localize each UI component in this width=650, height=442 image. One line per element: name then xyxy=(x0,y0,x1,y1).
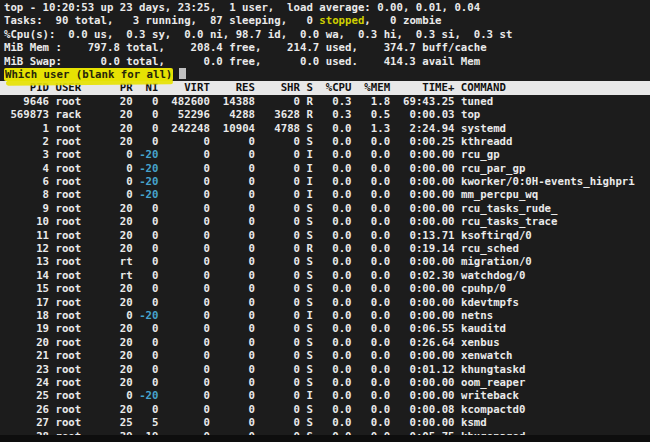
process-row: 11 root 20 0 0 0 0 S 0.0 0.0 0:13.71 kso… xyxy=(0,229,650,242)
tasks-line: Tasks: 90 total, 3 running, 87 sleeping,… xyxy=(0,14,650,27)
tasks-text-post: , 0 zombie xyxy=(364,14,441,27)
negative-nice-value: -20 xyxy=(139,175,158,188)
negative-nice-value: -20 xyxy=(139,309,158,322)
process-row: 27 root 25 5 0 0 0 S 0.0 0.0 0:00.00 ksm… xyxy=(0,416,650,429)
negative-nice-value: -20 xyxy=(139,188,158,201)
process-row: 10 root 20 0 0 0 0 S 0.0 0.0 0:00.00 rcu… xyxy=(0,215,650,228)
negative-nice-value: -20 xyxy=(139,162,158,175)
process-row: 18 root 0 -20 0 0 0 I 0.0 0.0 0:00.00 ne… xyxy=(0,309,650,322)
process-row: 24 root 20 0 0 0 0 S 0.0 0.0 0:00.00 oom… xyxy=(0,376,650,389)
window-bottom-edge xyxy=(0,435,650,442)
process-row: 19 root 20 0 0 0 0 S 0.0 0.0 0:06.55 kau… xyxy=(0,322,650,335)
process-row: 20 root 20 0 0 0 0 S 0.0 0.0 0:26.64 xen… xyxy=(0,336,650,349)
negative-nice-value: -20 xyxy=(139,389,158,402)
process-row: 4 root 0 -20 0 0 0 I 0.0 0.0 0:00.00 rcu… xyxy=(0,162,650,175)
process-table: 9646 root 20 0 482600 14388 0 R 0.3 1.8 … xyxy=(0,95,650,442)
process-row: 15 root 20 0 0 0 0 S 0.0 0.0 0:00.00 cpu… xyxy=(0,282,650,295)
process-row: 1 root 20 0 242248 10904 4788 S 0.0 1.3 … xyxy=(0,122,650,135)
process-row: 17 root 20 0 0 0 0 S 0.0 0.0 0:00.00 kde… xyxy=(0,296,650,309)
stopped-status-text: stopped xyxy=(319,14,364,27)
top-summary-line: top - 10:20:53 up 23 days, 23:25, 1 user… xyxy=(0,1,650,14)
negative-nice-value: -20 xyxy=(139,148,158,161)
process-row: 6 root 0 -20 0 0 0 I 0.0 0.0 0:00.00 kwo… xyxy=(0,175,650,188)
process-table-header: PID USER PR NI VIRT RES SHR S %CPU %MEM … xyxy=(0,81,650,94)
process-row: 25 root 0 -20 0 0 0 I 0.0 0.0 0:00.00 wr… xyxy=(0,389,650,402)
user-filter-prompt-text: Which user (blank for all) xyxy=(4,68,173,81)
process-row: 14 root rt 0 0 0 0 S 0.0 0.0 0:02.30 wat… xyxy=(0,269,650,282)
tasks-text-pre: Tasks: 90 total, 3 running, 87 sleeping,… xyxy=(4,14,319,27)
process-row: 23 root 20 0 0 0 0 S 0.0 0.0 0:01.12 khu… xyxy=(0,363,650,376)
process-row: 12 root 20 0 0 0 0 R 0.0 0.0 0:19.14 rcu… xyxy=(0,242,650,255)
process-row: 9646 root 20 0 482600 14388 0 R 0.3 1.8 … xyxy=(0,95,650,108)
text-cursor xyxy=(179,68,186,79)
mem-summary-line: MiB Mem : 797.8 total, 208.4 free, 214.7… xyxy=(0,41,650,54)
process-row: 3 root 0 -20 0 0 0 I 0.0 0.0 0:00.00 rcu… xyxy=(0,148,650,161)
process-row: 21 root 20 0 0 0 0 S 0.0 0.0 0:00.00 xen… xyxy=(0,349,650,362)
process-row: 13 root rt 0 0 0 0 S 0.0 0.0 0:00.00 mig… xyxy=(0,255,650,268)
process-row: 26 root 20 0 0 0 0 S 0.0 0.0 0:00.08 kco… xyxy=(0,403,650,416)
terminal-window[interactable]: top - 10:20:53 up 23 days, 23:25, 1 user… xyxy=(0,0,650,442)
swap-summary-line: MiB Swap: 0.0 total, 0.0 free, 0.0 used.… xyxy=(0,55,650,68)
user-filter-prompt-line[interactable]: Which user (blank for all) xyxy=(0,68,650,81)
process-row: 9 root 20 0 0 0 0 S 0.0 0.0 0:00.00 rcu_… xyxy=(0,202,650,215)
process-row: 8 root 0 -20 0 0 0 I 0.0 0.0 0:00.00 mm_… xyxy=(0,188,650,201)
process-row: 569873 rack 20 0 52296 4288 3628 R 0.3 0… xyxy=(0,108,650,121)
process-row: 2 root 20 0 0 0 0 S 0.0 0.0 0:00.25 kthr… xyxy=(0,135,650,148)
cpu-summary-line: %Cpu(s): 0.0 us, 0.3 sy, 0.0 ni, 98.7 id… xyxy=(0,28,650,41)
